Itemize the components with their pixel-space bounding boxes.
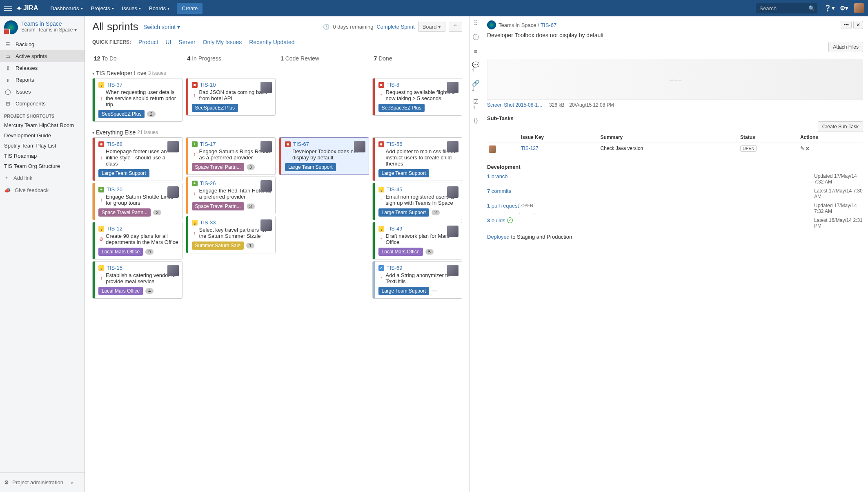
nav-issues[interactable]: Issues ▾ [118, 0, 145, 16]
user-avatar[interactable] [854, 3, 864, 13]
nav-dashboards[interactable]: Dashboards ▾ [46, 0, 87, 16]
search-icon[interactable]: 🔍 [808, 5, 815, 11]
search-wrapper: 🔍 [756, 3, 817, 13]
menu-hamburger-icon[interactable] [4, 4, 12, 12]
nav-projects[interactable]: Projects ▾ [87, 0, 118, 16]
nav-boards[interactable]: Boards ▾ [145, 0, 174, 16]
help-icon[interactable]: ❔▾ [824, 4, 835, 12]
settings-gear-icon[interactable]: ⚙▾ [840, 4, 848, 12]
create-button[interactable]: Create [177, 3, 203, 14]
top-navigation: ✦JIRA Dashboards ▾Projects ▾Issues ▾Boar… [0, 0, 868, 16]
jira-logo[interactable]: ✦JIRA [16, 4, 38, 12]
